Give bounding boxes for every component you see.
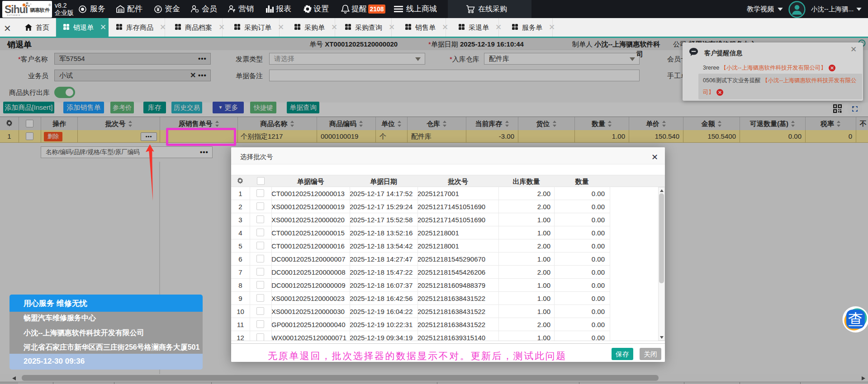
svg-text:查: 查 bbox=[848, 311, 863, 328]
